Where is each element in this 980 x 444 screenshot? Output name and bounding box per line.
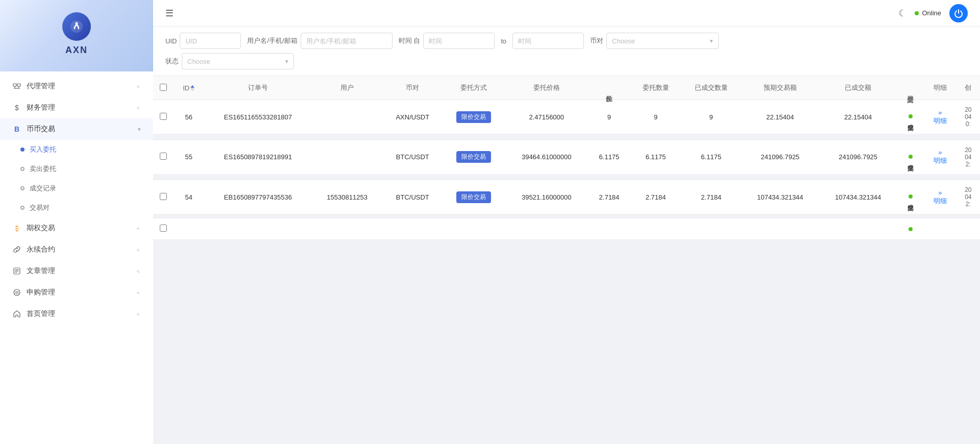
sidebar-item-ipo[interactable]: 申 申购管理 ＜ <box>0 282 153 303</box>
row-create-3: 20042: <box>957 180 980 214</box>
sub-dot-buy <box>20 147 24 152</box>
row-id-2: 55 <box>174 140 204 176</box>
detail-arrow-2[interactable]: » <box>938 149 942 156</box>
time-to-label: to <box>501 37 506 45</box>
status-dot-4 <box>909 227 913 231</box>
sidebar-item-coin[interactable]: B 币币交易 ▾ <box>0 118 153 140</box>
svg-point-0 <box>76 22 78 25</box>
app-name: AXN <box>65 45 88 56</box>
sidebar-item-home-label: 首页管理 <box>27 309 55 318</box>
sidebar-item-home[interactable]: 首页管理 ＜ <box>0 303 153 325</box>
th-progress: 交易进度 <box>897 76 924 100</box>
row-check-3[interactable] <box>153 180 174 214</box>
row-check-4[interactable] <box>153 218 174 240</box>
sidebar-item-pairs[interactable]: 交易对 <box>20 198 153 217</box>
sort-icon[interactable] <box>190 85 194 91</box>
detail-arrow-3[interactable]: » <box>938 189 942 196</box>
sub-dot-sell <box>20 167 24 171</box>
row-expected-3: 107434.321344 <box>741 180 819 214</box>
topbar-left: ☰ <box>165 8 174 19</box>
th-price: 委托价格 <box>505 76 588 100</box>
main-content: ☰ ☾ Online UID 用户名/手机/邮箱 <box>153 0 980 444</box>
row-checkbox-2[interactable] <box>160 153 167 160</box>
sidebar-item-sell[interactable]: 卖出委托 <box>20 159 153 179</box>
th-expected: 预期交易额 <box>741 76 819 100</box>
sidebar-item-finance[interactable]: $ 财务管理 ＜ <box>0 97 153 118</box>
sidebar-item-buy-label: 买入委托 <box>30 145 56 154</box>
time-to-group <box>512 33 584 49</box>
row-order-4 <box>204 218 312 240</box>
sidebar-item-agent[interactable]: 代理管理 ＜ <box>0 76 153 97</box>
uid-filter-group: UID <box>165 33 241 49</box>
th-check <box>153 76 174 100</box>
uid-input[interactable] <box>180 33 241 49</box>
topbar: ☰ ☾ Online <box>153 0 980 27</box>
detail-text-3[interactable]: 明细 <box>934 196 947 206</box>
sidebar-item-futures[interactable]: ₿ 期权交易 ＜ <box>0 217 153 239</box>
sidebar-item-trades[interactable]: 成交记录 <box>20 179 153 198</box>
table-row <box>153 218 980 240</box>
row-checkbox-3[interactable] <box>160 193 167 200</box>
filter-area: UID 用户名/手机/邮箱 时间 自 to 币对 Choose ▾ <box>153 27 980 76</box>
username-input[interactable] <box>301 33 393 49</box>
row-create-2: 20042: <box>957 140 980 176</box>
row-filled-qty-4 <box>681 218 741 240</box>
th-method: 委托方式 <box>443 76 505 100</box>
row-check-1[interactable] <box>153 100 174 136</box>
row-separator-3 <box>153 214 980 218</box>
row-detail-3: » 明细 <box>924 180 957 214</box>
online-label: Online <box>922 9 941 17</box>
article-icon <box>12 266 21 276</box>
row-trigger-1: 9 <box>588 100 630 136</box>
time-to-input[interactable] <box>512 33 584 49</box>
theme-toggle-icon[interactable]: ☾ <box>898 8 906 19</box>
th-detail: 明细 <box>924 76 957 100</box>
detail-text-2[interactable]: 明细 <box>934 156 947 165</box>
orders-table: ID 订单号 用户 币对 委托方式 委托价格 触发价 <box>153 76 980 240</box>
uid-label: UID <box>165 37 177 45</box>
filter-row-2: 状态 Choose ▾ <box>165 53 968 69</box>
row-create-4 <box>957 218 980 240</box>
sidebar-item-articles-label: 文章管理 <box>27 266 55 276</box>
coin-icon: B <box>12 125 21 134</box>
table-header-row: ID 订单号 用户 币对 委托方式 委托价格 触发价 <box>153 76 980 100</box>
sidebar-item-buy[interactable]: 买入委托 <box>20 140 153 159</box>
sidebar-item-finance-label: 财务管理 <box>27 103 55 112</box>
row-filled-amount-2: 241096.7925 <box>819 140 897 176</box>
table-row: 56 ES1651165533281807 AXN/USDT 限价交易 2.47… <box>153 100 980 136</box>
status-dot-2 <box>909 155 913 159</box>
link-icon <box>12 245 21 254</box>
status-select[interactable]: Choose ▾ <box>182 53 294 69</box>
time-from-input[interactable] <box>423 33 495 49</box>
row-checkbox-1[interactable] <box>160 113 167 120</box>
sidebar-item-articles[interactable]: 文章管理 ＜ <box>0 260 153 282</box>
row-detail-2: » 明细 <box>924 140 957 176</box>
row-filled-qty-1: 9 <box>681 100 741 136</box>
sidebar-item-pairs-label: 交易对 <box>30 203 50 212</box>
online-badge: Online <box>915 9 941 17</box>
row-separator-2 <box>153 176 980 180</box>
table-row: 54 EB1650897797435536 15530811253 BTC/US… <box>153 180 980 214</box>
row-qty-1: 9 <box>630 100 681 136</box>
status-label: 状态 <box>165 57 179 66</box>
select-all-checkbox[interactable] <box>160 84 167 91</box>
detail-text-1[interactable]: 明细 <box>934 116 947 126</box>
svg-rect-2 <box>17 84 20 86</box>
dollar-icon: $ <box>12 103 21 112</box>
pair-filter-group: 币对 Choose ▾ <box>590 33 719 49</box>
sidebar-item-perpetual[interactable]: 永续合约 ＜ <box>0 239 153 260</box>
power-button[interactable] <box>949 4 968 22</box>
pair-select[interactable]: Choose ▾ <box>606 33 719 49</box>
row-order-1: ES1651165533281807 <box>204 100 312 136</box>
row-expected-1: 22.15404 <box>741 100 819 136</box>
row-check-2[interactable] <box>153 140 174 176</box>
row-trigger-4 <box>588 218 630 240</box>
row-progress-1: 全部成交 <box>897 100 924 136</box>
chevron-down-icon: ▾ <box>138 126 141 133</box>
sidebar-item-trades-label: 成交记录 <box>30 184 56 193</box>
hamburger-icon[interactable]: ☰ <box>165 8 174 19</box>
table-container: ID 订单号 用户 币对 委托方式 委托价格 触发价 <box>153 76 980 240</box>
status-select-arrow: ▾ <box>285 58 288 65</box>
row-checkbox-4[interactable] <box>160 225 167 232</box>
detail-arrow-1[interactable]: » <box>938 109 942 116</box>
